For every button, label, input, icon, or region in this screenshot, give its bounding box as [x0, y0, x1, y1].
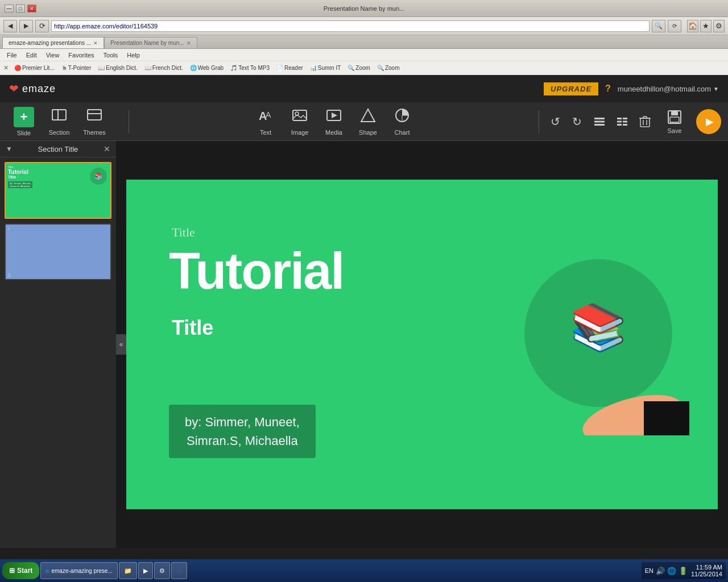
- undo-redo-group: ↺ ↻: [545, 111, 587, 132]
- taskbar-ie[interactable]: e emaze-amazing prese...: [40, 562, 117, 579]
- taskbar-explorer[interactable]: 📁: [119, 562, 137, 579]
- list-icon-1[interactable]: [589, 111, 610, 132]
- save-button[interactable]: Save: [657, 105, 692, 139]
- menu-favorites[interactable]: Favorites: [64, 51, 98, 60]
- svg-marker-9: [332, 113, 337, 118]
- text-button[interactable]: A A Text: [249, 105, 283, 139]
- taskbar-icon-2[interactable]: 🌐: [667, 567, 676, 575]
- slide-2-preview: 2: [6, 225, 110, 279]
- text-icon: A A: [258, 107, 274, 127]
- refresh-btn[interactable]: ⟳: [35, 20, 49, 32]
- panel-toggle[interactable]: ▼: [6, 145, 13, 153]
- section-button[interactable]: Section: [42, 105, 76, 139]
- ie-icon: e: [46, 567, 49, 574]
- slide-main-title[interactable]: Tutorial: [169, 242, 344, 301]
- go-btn[interactable]: ⟳: [668, 20, 681, 32]
- taskbar-media[interactable]: ▶: [138, 562, 153, 579]
- shape-button[interactable]: Shape: [351, 105, 385, 139]
- menu-view[interactable]: View: [42, 51, 64, 60]
- favorites-btn[interactable]: ★: [700, 20, 712, 32]
- fav-webgrab[interactable]: 🌐 Web Grab: [188, 64, 226, 72]
- toolbar-right-group: ↺ ↻: [545, 105, 721, 139]
- slide-canvas[interactable]: Title Tutorial Title by: Simmer, Muneet,…: [126, 180, 718, 509]
- menu-help[interactable]: Help: [122, 51, 144, 60]
- taskbar-time: 11:59 AM: [691, 564, 722, 571]
- add-slide-button[interactable]: + Slide: [7, 105, 41, 139]
- maximize-btn[interactable]: □: [16, 5, 25, 13]
- slide-2-number: 2: [8, 272, 11, 278]
- slide-thumb-2-content: 2: [6, 225, 110, 279]
- fav-summit[interactable]: 📊 Summ IT: [308, 64, 344, 72]
- taskbar-system-icons: EN 🔊 🌐 🔋: [645, 567, 688, 575]
- panel-close[interactable]: ✕: [104, 144, 110, 153]
- search-btn[interactable]: 🔍: [652, 20, 665, 32]
- taskbar-icon-1[interactable]: 🔊: [656, 567, 665, 575]
- tab-1[interactable]: emaze-amazing presentations ... ✕: [2, 37, 104, 48]
- slide-authors-line1: by: Simmer, Muneet,: [185, 415, 300, 429]
- explorer-icon: 📁: [124, 567, 132, 575]
- help-button[interactable]: ?: [605, 84, 611, 94]
- slides-panel: ▼ Section Title ✕ Title Tutorial Title B…: [0, 141, 116, 548]
- slide-label: Slide: [17, 130, 31, 136]
- redo-button[interactable]: ↻: [566, 111, 587, 132]
- svg-rect-13: [594, 120, 605, 122]
- fav-textmp3[interactable]: 🎵 Text To MP3: [228, 64, 272, 72]
- fav-english[interactable]: 📖 English Dict.: [96, 64, 140, 72]
- close-btn[interactable]: ✕: [27, 5, 36, 13]
- user-menu[interactable]: muneetdhillon@hotmail.com ▼: [618, 85, 719, 93]
- fav-french[interactable]: 📖 French Dict.: [142, 64, 185, 72]
- tab-2-close[interactable]: ✕: [187, 40, 191, 46]
- user-email-text: muneetdhillon@hotmail.com: [618, 85, 711, 93]
- undo-button[interactable]: ↺: [545, 111, 565, 132]
- forward-btn[interactable]: ▶: [19, 20, 33, 32]
- back-btn[interactable]: ◀: [3, 20, 17, 32]
- fav-premier[interactable]: 🔴 Premier Lit...: [12, 64, 57, 72]
- svg-rect-14: [594, 124, 605, 126]
- minimize-btn[interactable]: —: [5, 5, 14, 13]
- slide-thumb-1[interactable]: Title Tutorial Title By: Simmer, Muneet,…: [5, 162, 111, 219]
- taskbar-tools[interactable]: ⚙: [154, 562, 170, 579]
- svg-rect-2: [88, 110, 101, 120]
- slide-authors-text: by: Simmer, Muneet, Simran.S, Michaella: [185, 413, 300, 450]
- upgrade-button[interactable]: UPGRADE: [544, 82, 598, 95]
- menu-tools[interactable]: Tools: [99, 51, 123, 60]
- svg-rect-27: [671, 111, 678, 115]
- menu-edit[interactable]: Edit: [22, 51, 42, 60]
- slide-subtitle[interactable]: Title: [172, 316, 213, 340]
- fav-tpointer[interactable]: 🖱 T-Pointer: [59, 64, 94, 72]
- slide-authors-line2: Simran.S, Michaella: [187, 434, 298, 448]
- panel-title: Section Title: [38, 145, 78, 153]
- slide-authors-box[interactable]: by: Simmer, Muneet, Simran.S, Michaella: [169, 405, 316, 458]
- list-icon-2[interactable]: [612, 111, 632, 132]
- hand-area: [576, 390, 667, 430]
- fav-close[interactable]: ✕: [2, 64, 10, 72]
- svg-rect-23: [643, 117, 647, 118]
- slides-panel-header: ▼ Section Title ✕: [0, 141, 116, 157]
- start-button[interactable]: ⊞ Start: [2, 562, 39, 579]
- add-slide-icon: +: [14, 107, 34, 127]
- chart-button[interactable]: Chart: [385, 105, 419, 139]
- svg-rect-15: [617, 118, 622, 119]
- media-button[interactable]: Media: [317, 105, 351, 139]
- fav-zoom1[interactable]: 🔍 Zoom: [345, 64, 373, 72]
- menu-file[interactable]: File: [2, 51, 22, 60]
- image-button[interactable]: Image: [283, 105, 317, 139]
- play-button[interactable]: ▶: [696, 109, 721, 134]
- tools-settings-btn[interactable]: ⚙: [713, 20, 725, 32]
- delete-button[interactable]: [635, 111, 655, 132]
- taskbar-date: 11/25/2014: [691, 571, 722, 577]
- tab-2[interactable]: Presentation Name by mun... ✕: [104, 37, 197, 48]
- fav-reader[interactable]: 📄 Reader: [274, 64, 305, 72]
- section-icon: [51, 107, 67, 127]
- fav-zoom2[interactable]: 🔍 Zoom: [375, 64, 402, 72]
- slide-thumb-2[interactable]: 2 2: [5, 223, 111, 280]
- address-bar[interactable]: http://app.emaze.com/editor/1164539: [51, 20, 650, 32]
- taskbar-icon-3[interactable]: 🔋: [679, 567, 688, 575]
- chart-icon: [394, 107, 410, 127]
- tab-1-close[interactable]: ✕: [93, 40, 98, 46]
- slide-title-label[interactable]: Title: [172, 225, 195, 240]
- home-btn[interactable]: 🏠: [687, 20, 698, 32]
- themes-button[interactable]: Themes: [77, 105, 111, 139]
- panel-collapse-btn[interactable]: «: [116, 334, 126, 355]
- taskbar-word[interactable]: W: [171, 562, 187, 579]
